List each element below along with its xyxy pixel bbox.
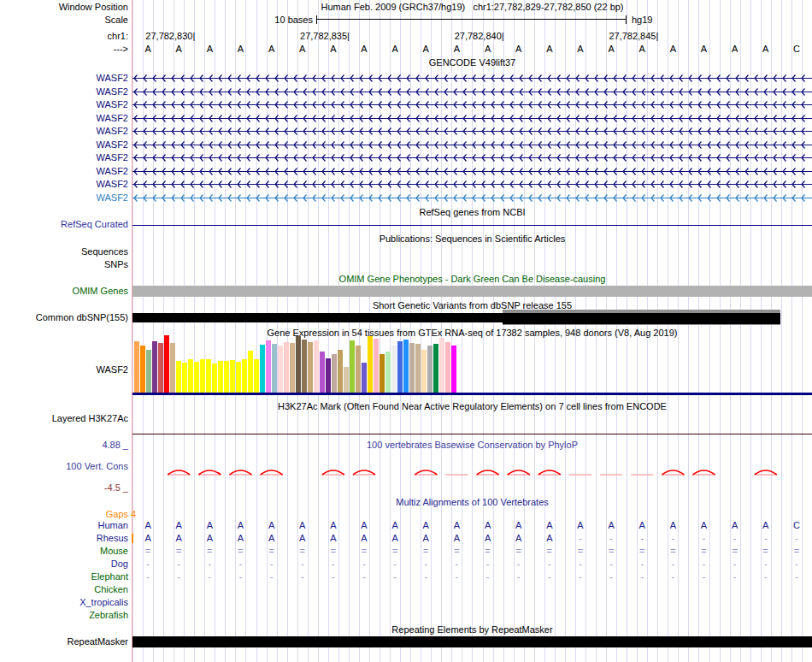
- gtex-expression-barchart[interactable]: [132, 336, 812, 393]
- gtex-tissue-bar[interactable]: [433, 344, 438, 393]
- gtex-tissue-bar[interactable]: [415, 344, 421, 393]
- gtex-tissue-bar[interactable]: [374, 339, 379, 393]
- gtex-tissue-bar[interactable]: [380, 354, 385, 393]
- publications-sequences-label[interactable]: Sequences: [0, 246, 128, 257]
- gtex-tissue-bar[interactable]: [385, 352, 391, 393]
- multiz-gaps-label[interactable]: Gaps: [0, 509, 128, 520]
- gtex-tissue-bar[interactable]: [236, 362, 241, 393]
- gencode-gene-label[interactable]: WASF2: [0, 192, 128, 204]
- gtex-tissue-bar[interactable]: [391, 346, 397, 393]
- gtex-tissue-bar[interactable]: [326, 358, 331, 393]
- gtex-tissue-bar[interactable]: [272, 344, 277, 393]
- gencode-transcript-line[interactable]: [132, 166, 812, 177]
- multiz-species-label[interactable]: Zebrafish: [0, 610, 128, 621]
- gtex-tissue-bar[interactable]: [451, 346, 456, 393]
- gtex-tissue-bar[interactable]: [206, 359, 211, 393]
- dbsnp-label[interactable]: Common dbSNP(155): [0, 312, 128, 323]
- gtex-tissue-bar[interactable]: [218, 361, 223, 393]
- gencode-gene-label[interactable]: WASF2: [0, 166, 128, 177]
- gtex-tissue-bar[interactable]: [212, 364, 217, 393]
- gencode-gene-label[interactable]: WASF2: [0, 179, 128, 190]
- multiz-species-label[interactable]: Mouse: [0, 546, 128, 557]
- gtex-tissue-bar[interactable]: [194, 362, 199, 393]
- multiz-alignment-row[interactable]: ----------------------: [132, 571, 812, 582]
- gtex-tissue-bar[interactable]: [278, 346, 283, 393]
- gtex-tissue-bar[interactable]: [445, 342, 450, 393]
- gtex-gene-label[interactable]: WASF2: [0, 364, 128, 375]
- phylop-label[interactable]: 100 Vert. Cons: [0, 461, 128, 472]
- gtex-tissue-bar[interactable]: [242, 359, 247, 393]
- gtex-tissue-bar[interactable]: [427, 346, 432, 393]
- gencode-gene-label[interactable]: WASF2: [0, 152, 128, 163]
- gtex-tissue-bar[interactable]: [350, 340, 355, 393]
- gencode-gene-label[interactable]: WASF2: [0, 113, 128, 124]
- gtex-tissue-bar[interactable]: [176, 361, 181, 393]
- gencode-gene-label[interactable]: WASF2: [0, 99, 128, 110]
- multiz-alignment-row[interactable]: [132, 610, 812, 621]
- gencode-transcript-line[interactable]: [132, 126, 812, 137]
- gtex-tissue-bar[interactable]: [302, 340, 307, 393]
- omim-genes-label[interactable]: OMIM Genes: [0, 286, 128, 297]
- repeatmasker-label[interactable]: RepeatMasker: [0, 636, 128, 647]
- gtex-tissue-bar[interactable]: [397, 341, 403, 393]
- gtex-tissue-bar[interactable]: [308, 342, 313, 393]
- phylop-conservation-wiggle[interactable]: [132, 466, 812, 476]
- gtex-tissue-bar[interactable]: [266, 340, 271, 393]
- base-sequence-row[interactable]: AAAAAAAAAAAAAAAAAAAAAC: [132, 44, 812, 55]
- gtex-tissue-bar[interactable]: [254, 359, 259, 393]
- gtex-tissue-bar[interactable]: [290, 343, 295, 393]
- gtex-tissue-bar[interactable]: [260, 345, 265, 393]
- gtex-tissue-bar[interactable]: [146, 350, 151, 393]
- gtex-tissue-bar[interactable]: [230, 360, 235, 393]
- gtex-tissue-bar[interactable]: [188, 359, 193, 393]
- gencode-transcript-line[interactable]: [132, 113, 812, 124]
- multiz-species-label[interactable]: Dog: [0, 559, 128, 570]
- multiz-alignment-row[interactable]: ----------------------: [132, 559, 812, 570]
- gtex-tissue-bar[interactable]: [182, 363, 187, 393]
- gtex-tissue-bar[interactable]: [170, 343, 175, 393]
- gtex-tissue-bar[interactable]: [248, 351, 253, 393]
- h3k27ac-label[interactable]: Layered H3K27Ac: [0, 413, 128, 424]
- gtex-tissue-bar[interactable]: [403, 340, 409, 393]
- gtex-tissue-bar[interactable]: [362, 363, 367, 393]
- gtex-tissue-bar[interactable]: [284, 342, 289, 393]
- multiz-species-label[interactable]: Chicken: [0, 584, 128, 595]
- gencode-gene-label[interactable]: WASF2: [0, 126, 128, 137]
- gtex-tissue-bar[interactable]: [314, 340, 319, 393]
- gencode-gene-label[interactable]: WASF2: [0, 86, 128, 98]
- gtex-tissue-bar[interactable]: [338, 350, 343, 393]
- omim-gene-bar[interactable]: [132, 286, 812, 297]
- gtex-tissue-bar[interactable]: [224, 361, 229, 393]
- gencode-transcript-line[interactable]: [132, 86, 812, 98]
- dbsnp-variant-bar-capped[interactable]: [503, 310, 780, 325]
- gtex-tissue-bar[interactable]: [356, 346, 361, 393]
- multiz-alignment-row[interactable]: [132, 584, 812, 595]
- gtex-tissue-bar[interactable]: [409, 343, 415, 393]
- gtex-tissue-bar[interactable]: [296, 336, 301, 393]
- gencode-gene-label[interactable]: WASF2: [0, 139, 128, 151]
- refseq-curated-label[interactable]: RefSeq Curated: [0, 219, 128, 230]
- gtex-tissue-bar[interactable]: [152, 341, 157, 393]
- gtex-tissue-bar[interactable]: [200, 359, 205, 393]
- publications-snps-label[interactable]: SNPs: [0, 259, 128, 270]
- gencode-transcript-line[interactable]: [132, 73, 812, 84]
- multiz-alignment-row[interactable]: AAAAAAAAAAAAAAAAAAAAAC: [132, 520, 812, 531]
- multiz-alignment-row[interactable]: AAAAAAAAAAAAAA--------: [132, 533, 812, 544]
- gtex-tissue-bar[interactable]: [344, 367, 349, 393]
- gtex-tissue-bar[interactable]: [332, 354, 337, 393]
- multiz-species-label[interactable]: Rhesus: [0, 533, 128, 544]
- gtex-tissue-bar[interactable]: [134, 341, 139, 393]
- gencode-transcript-line[interactable]: [132, 99, 812, 110]
- multiz-alignment-row[interactable]: ======================: [132, 546, 812, 557]
- gencode-transcript-line[interactable]: [132, 179, 812, 190]
- gtex-tissue-bar[interactable]: [320, 352, 325, 393]
- gtex-tissue-bar[interactable]: [439, 338, 444, 393]
- multiz-species-label[interactable]: X_tropicalis: [0, 597, 128, 608]
- gencode-transcript-line[interactable]: [132, 139, 812, 151]
- refseq-gene-line[interactable]: [132, 225, 812, 226]
- gencode-transcript-line[interactable]: [132, 192, 812, 204]
- gtex-tissue-bar[interactable]: [164, 335, 169, 393]
- multiz-species-label[interactable]: Human: [0, 520, 128, 531]
- gencode-transcript-line[interactable]: [132, 152, 812, 163]
- gencode-gene-label[interactable]: WASF2: [0, 73, 128, 84]
